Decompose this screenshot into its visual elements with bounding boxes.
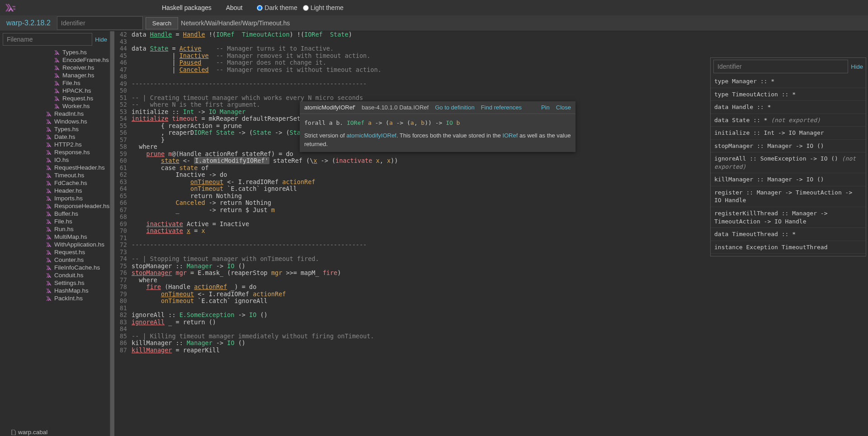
identifier-item[interactable]: killManager :: Manager -> IO ()	[711, 173, 866, 186]
tree-item[interactable]: Manager.hs	[0, 71, 110, 79]
code-text[interactable]: stopManager mgr = E.mask_ (reaperStop mg…	[132, 270, 341, 277]
tree-item[interactable]: WithApplication.hs	[0, 241, 110, 248]
code-text[interactable]: ----------------------------------------…	[132, 81, 367, 88]
code-text[interactable]: | Paused -- Manager does not change it.	[132, 59, 326, 66]
code-text[interactable]: inactivate x = x	[132, 227, 205, 235]
identifier-list[interactable]: type Manager :: *type TimeoutAction :: *…	[711, 75, 866, 256]
identifier-item[interactable]: type Manager :: *	[711, 75, 866, 88]
code-text[interactable]	[132, 213, 135, 221]
code-text[interactable]: state <- I.atomicModifyIORef' stateRef (…	[132, 157, 398, 165]
package-name[interactable]: warp-3.2.18.2	[3, 19, 54, 27]
identifier-input[interactable]	[57, 16, 143, 30]
code-text[interactable]: ignoreAll :: E.SomeException -> IO ()	[132, 312, 268, 319]
tree-item[interactable]: Request.hs	[0, 248, 110, 256]
code-text[interactable]: }	[132, 137, 165, 144]
tree-item[interactable]: Date.hs	[0, 133, 110, 141]
code-text[interactable]: onTimeout <- I.readIORef actionRef	[132, 291, 286, 298]
code-text[interactable]	[132, 249, 135, 256]
code-text[interactable]: data Handle = Handle !(IORef TimeoutActi…	[132, 31, 352, 38]
code-text[interactable]: _ -> return $ Just m	[132, 207, 275, 214]
code-text[interactable]	[132, 73, 135, 81]
tree-item[interactable]: Settings.hs	[0, 279, 110, 287]
code-text[interactable]: case state of	[132, 165, 209, 172]
code-text[interactable]	[132, 38, 135, 46]
tree-item[interactable]: MultiMap.hs	[0, 233, 110, 241]
tooltip-link-atomicmodifyioref[interactable]: atomicModifyIORef	[346, 132, 396, 139]
code-text[interactable]: onTimeout `E.catch` ignoreAll	[132, 298, 268, 305]
code-text[interactable]: -- where N is the first argument.	[132, 101, 260, 109]
theme-light-radio[interactable]: Light theme	[303, 4, 344, 11]
code-text[interactable]: where	[132, 143, 157, 151]
tree-item[interactable]: Timeout.hs	[0, 171, 110, 179]
code-text[interactable]: initialize :: Int -> IO Manager	[132, 109, 245, 116]
tree-item[interactable]: HashMap.hs	[0, 287, 110, 294]
hide-left-panel[interactable]: Hide	[95, 36, 107, 43]
tooltip-link-ioref[interactable]: IORef	[502, 132, 518, 139]
tooltip-close[interactable]: Close	[556, 104, 571, 111]
hide-right-panel[interactable]: Hide	[851, 63, 863, 70]
identifier-item[interactable]: instance Show TimeoutThread	[711, 254, 866, 256]
code-text[interactable]: killManager = reaperKill	[132, 347, 220, 354]
code-text[interactable]	[132, 87, 135, 95]
code-text[interactable]: Inactive -> do	[132, 171, 227, 179]
code-text[interactable]: ignoreAll _ = return ()	[132, 319, 216, 326]
identifier-item[interactable]: data State :: * (not exported)	[711, 114, 866, 127]
tree-item[interactable]: HTTP2.hs	[0, 141, 110, 148]
code-text[interactable]: Canceled -> return Nothing	[132, 199, 271, 207]
tree-item[interactable]: ReadInt.hs	[0, 110, 110, 118]
tree-item[interactable]: Header.hs	[0, 187, 110, 194]
identifier-item[interactable]: instance Exception TimeoutThread	[711, 241, 866, 254]
tree-item[interactable]: IO.hs	[0, 156, 110, 164]
tree-item[interactable]: Types.hs	[0, 48, 110, 56]
tree-item[interactable]: Windows.hs	[0, 118, 110, 125]
code-text[interactable]: prune m@(Handle actionRef stateRef) = do	[132, 151, 293, 158]
tree-item[interactable]: ResponseHeader.hs	[0, 202, 110, 210]
tree-item[interactable]: Types.hs	[0, 125, 110, 133]
theme-dark-radio[interactable]: Dark theme	[257, 4, 297, 11]
tree-item[interactable]: Imports.hs	[0, 194, 110, 202]
code-text[interactable]: -- | Stopping timeout manager with onTim…	[132, 256, 319, 263]
code-text[interactable]: where	[132, 277, 157, 284]
code-text[interactable]: | Inactive -- Manager removes it with ti…	[132, 52, 370, 60]
right-identifier-input[interactable]	[713, 60, 848, 73]
filename-input[interactable]	[3, 33, 92, 46]
identifier-item[interactable]: data Handle :: *	[711, 101, 866, 114]
nav-haskell-packages[interactable]: Haskell packages	[162, 4, 212, 11]
code-text[interactable]: return Nothing	[132, 193, 242, 200]
tooltip-pin[interactable]: Pin	[541, 104, 550, 111]
tree-item[interactable]: PackInt.hs	[0, 294, 110, 302]
code-scroll[interactable]: 42data Handle = Handle !(IORef TimeoutAc…	[112, 31, 708, 436]
tree-item[interactable]: Receiver.hs	[0, 64, 110, 71]
tree-item[interactable]: File.hs	[0, 218, 110, 225]
code-text[interactable]: onTimeout `E.catch` ignoreAll	[132, 185, 297, 193]
identifier-item[interactable]: initialize :: Int -> IO Manager	[711, 127, 866, 140]
code-text[interactable]: inactivate Active = Inactive	[132, 221, 249, 228]
code-text[interactable]: initialize timeout = mkReaper defaultRea…	[132, 115, 319, 123]
code-text[interactable]: stopManager :: Manager -> IO ()	[132, 263, 245, 270]
code-text[interactable]: | Canceled -- Manager removes it without…	[132, 66, 382, 74]
tree-item[interactable]: EncodeFrame.hs	[0, 56, 110, 64]
tree-item[interactable]: Counter.hs	[0, 256, 110, 264]
code-text[interactable]: killManager :: Manager -> IO ()	[132, 340, 245, 347]
code-text[interactable]: data State = Active -- Manager turns it …	[132, 45, 334, 52]
code-text[interactable]	[132, 305, 135, 312]
tree-item[interactable]: Response.hs	[0, 148, 110, 156]
code-text[interactable]: ----------------------------------------…	[132, 242, 367, 249]
tooltip-find-references[interactable]: Find references	[481, 104, 522, 111]
cabal-file[interactable]: warp.cabal	[0, 428, 110, 436]
search-button[interactable]: Search	[146, 17, 178, 29]
code-text[interactable]	[132, 326, 135, 333]
identifier-item[interactable]: registerKillThread :: Manager -> Timeout…	[711, 207, 866, 228]
identifier-item[interactable]: type TimeoutAction :: *	[711, 88, 866, 101]
tree-item[interactable]: Conduit.hs	[0, 271, 110, 279]
file-tree[interactable]: Types.hsEncodeFrame.hsReceiver.hsManager…	[0, 47, 110, 428]
tree-item[interactable]: FileInfoCache.hs	[0, 264, 110, 271]
identifier-item[interactable]: ignoreAll :: SomeException -> IO () (not…	[711, 152, 866, 173]
code-text[interactable]: fire (Handle actionRef _) = do	[132, 284, 256, 291]
code-text[interactable]	[132, 235, 135, 242]
tree-item[interactable]: Worker.hs	[0, 102, 110, 110]
tooltip-goto-definition[interactable]: Go to definition	[435, 104, 474, 111]
identifier-item[interactable]: stopManager :: Manager -> IO ()	[711, 140, 866, 153]
tree-item[interactable]: Run.hs	[0, 225, 110, 233]
tree-item[interactable]: Buffer.hs	[0, 210, 110, 218]
